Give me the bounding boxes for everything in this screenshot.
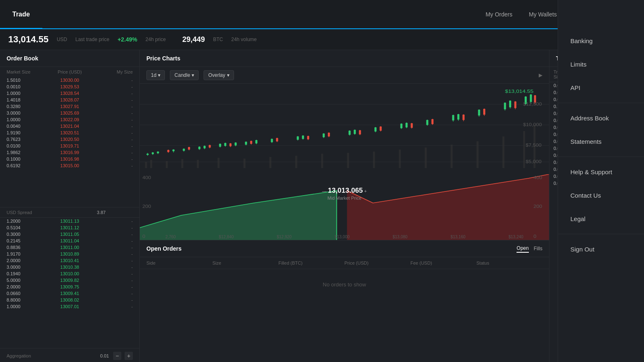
sell-order-row[interactable]: 0.010013019.71- xyxy=(0,143,139,149)
buy-price: 13008.02 xyxy=(49,297,90,302)
timeframe-dropdown[interactable]: 1d ▾ xyxy=(146,70,165,80)
my-wallets-nav[interactable]: My Wallets xyxy=(529,11,557,18)
sell-price: 13022.09 xyxy=(49,117,90,122)
aggregation-decrease-button[interactable]: − xyxy=(113,352,121,360)
svg-rect-5 xyxy=(150,160,152,168)
buy-order-row[interactable]: 0.883613011.00- xyxy=(0,244,139,251)
svg-rect-86 xyxy=(411,123,413,128)
menu-item-address-book[interactable]: Address Book xyxy=(558,106,644,130)
buy-order-row[interactable]: 1.000013007.01- xyxy=(0,303,139,310)
buy-order-row[interactable]: 1.917013010.89- xyxy=(0,251,139,257)
buy-order-row[interactable]: 0.214513011.04- xyxy=(0,237,139,244)
sell-size: 0.0010 xyxy=(7,84,49,89)
svg-rect-58 xyxy=(271,139,273,142)
svg-rect-8 xyxy=(197,160,199,168)
sell-order-row[interactable]: 0.001013029.53- xyxy=(0,83,139,90)
change-label: 24h price xyxy=(146,37,166,42)
menu-item-statements[interactable]: Statements xyxy=(558,130,644,153)
buy-order-row[interactable]: 3.000013010.38- xyxy=(0,264,139,270)
svg-text:200: 200 xyxy=(142,204,151,209)
menu-item-contact-us[interactable]: Contact Us xyxy=(558,184,644,207)
open-orders-column-headers: Side Size Filled (BTC) Price (USD) Fee (… xyxy=(140,257,549,269)
menu-item-limits[interactable]: Limits xyxy=(558,53,644,76)
svg-rect-96 xyxy=(463,115,465,120)
menu-item-help-support[interactable]: Help & Support xyxy=(558,160,644,184)
open-tab-button[interactable]: Open xyxy=(517,244,528,253)
sell-price: 13029.53 xyxy=(49,84,90,89)
price-charts-panel: Price Charts 1d ▾ Candle ▾ Overlay ▾ ▶ xyxy=(140,50,549,362)
svg-rect-32 xyxy=(172,150,174,151)
depth-x-labels: 2,760 $12,840 $12,920 $13,000 $13,080 $1… xyxy=(140,235,549,239)
svg-rect-84 xyxy=(405,123,408,127)
sell-order-row[interactable]: 0.619213015.00- xyxy=(0,162,139,169)
sell-order-row[interactable]: 1.986213016.99- xyxy=(0,149,139,156)
sell-order-row[interactable]: 1.000013022.09- xyxy=(0,116,139,123)
buy-order-row[interactable]: 8.800013008.02- xyxy=(0,297,139,303)
sell-order-row[interactable]: 0.328013027.91- xyxy=(0,103,139,110)
svg-rect-70 xyxy=(328,133,330,136)
fills-tab-button[interactable]: Fills xyxy=(534,244,542,253)
currency-label: USD xyxy=(57,37,67,42)
buy-order-row[interactable]: 0.194013010.00- xyxy=(0,270,139,277)
my-orders-nav[interactable]: My Orders xyxy=(486,11,512,18)
buy-order-row[interactable]: 0.510413011.12- xyxy=(0,224,139,231)
sell-order-row[interactable]: 1.501013030.00- xyxy=(0,77,139,83)
menu-item-legal[interactable]: Legal xyxy=(558,207,644,231)
chart-expand-icon[interactable]: ▶ xyxy=(539,72,542,78)
svg-text:$12,500: $12,500 xyxy=(523,102,542,106)
sell-order-row[interactable]: 0.762313020.50- xyxy=(0,136,139,143)
svg-rect-17 xyxy=(425,148,427,168)
sell-size: 1.0000 xyxy=(7,91,49,96)
col-my-size-header: My Size xyxy=(91,69,133,74)
aggregation-increase-button[interactable]: + xyxy=(125,352,133,360)
buy-order-row[interactable]: 5.000013009.82- xyxy=(0,277,139,284)
sell-order-row[interactable]: 3.000013025.69- xyxy=(0,110,139,116)
svg-rect-66 xyxy=(307,136,309,139)
sell-size: 3.0000 xyxy=(7,111,49,115)
buy-order-row[interactable]: 0.066013009.41- xyxy=(0,290,139,297)
overlay-dropdown[interactable]: Overlay ▾ xyxy=(204,70,234,80)
buy-order-row[interactable]: 0.300013011.05- xyxy=(0,231,139,237)
aggregation-controls: − + xyxy=(113,352,133,360)
sell-price: 13027.91 xyxy=(49,104,90,109)
trade-nav-item[interactable]: Trade xyxy=(0,0,42,29)
candlestick-chart: $13,014.55 $12,500 $10,000 $7,500 $5,000… xyxy=(140,84,549,174)
svg-rect-46 xyxy=(224,143,226,146)
sell-size: 1.9190 xyxy=(7,130,49,135)
buy-size: 1.9170 xyxy=(7,251,49,256)
sell-price: 13019.71 xyxy=(49,143,90,148)
menu-item-sign-out[interactable]: Sign Out xyxy=(558,237,644,261)
sell-order-row[interactable]: 1.000013028.54- xyxy=(0,90,139,97)
sell-order-row[interactable]: 0.004013021.04- xyxy=(0,123,139,129)
sell-price: 13016.99 xyxy=(49,150,90,155)
buy-price: 13010.89 xyxy=(49,251,90,256)
menu-item-banking[interactable]: Banking xyxy=(558,29,644,53)
buy-order-row[interactable]: 1.200013011.13- xyxy=(0,218,139,224)
depth-chart-svg: 400 200 0 400 200 0 xyxy=(140,174,549,240)
menu-item-api[interactable]: API xyxy=(558,76,644,99)
svg-rect-106 xyxy=(514,101,517,108)
buy-order-row[interactable]: 2.000013010.41- xyxy=(0,257,139,264)
sell-size: 0.1000 xyxy=(7,157,49,161)
sell-price: 13028.07 xyxy=(49,97,90,102)
buy-price: 13010.38 xyxy=(49,265,90,270)
buy-size: 0.2145 xyxy=(7,238,49,243)
svg-rect-102 xyxy=(504,103,506,109)
overlay-chevron-icon: ▾ xyxy=(227,72,229,78)
buy-price: 13011.04 xyxy=(49,238,90,243)
sell-price: 13025.69 xyxy=(49,111,90,115)
sell-price: 13015.00 xyxy=(49,163,90,168)
svg-rect-9 xyxy=(218,158,220,168)
col-price-header: Price (USD) xyxy=(49,69,90,74)
buy-size: 2.0000 xyxy=(7,258,49,263)
sell-order-row[interactable]: 1.919013020.51- xyxy=(0,129,139,136)
sell-my-size: - xyxy=(91,150,133,155)
chart-type-dropdown[interactable]: Candle ▾ xyxy=(170,70,199,80)
sell-order-row[interactable]: 1.401813028.07- xyxy=(0,97,139,103)
main-content: Order Book Market Size Price (USD) My Si… xyxy=(0,50,644,362)
sell-order-row[interactable]: 0.100013016.98- xyxy=(0,156,139,162)
buy-order-row[interactable]: 2.000013009.75- xyxy=(0,284,139,290)
open-orders-header: Open Orders Open Fills xyxy=(140,240,549,257)
sell-orders: 1.501013030.00-0.001013029.53-1.00001302… xyxy=(0,77,139,207)
buy-my-size: - xyxy=(91,284,133,289)
